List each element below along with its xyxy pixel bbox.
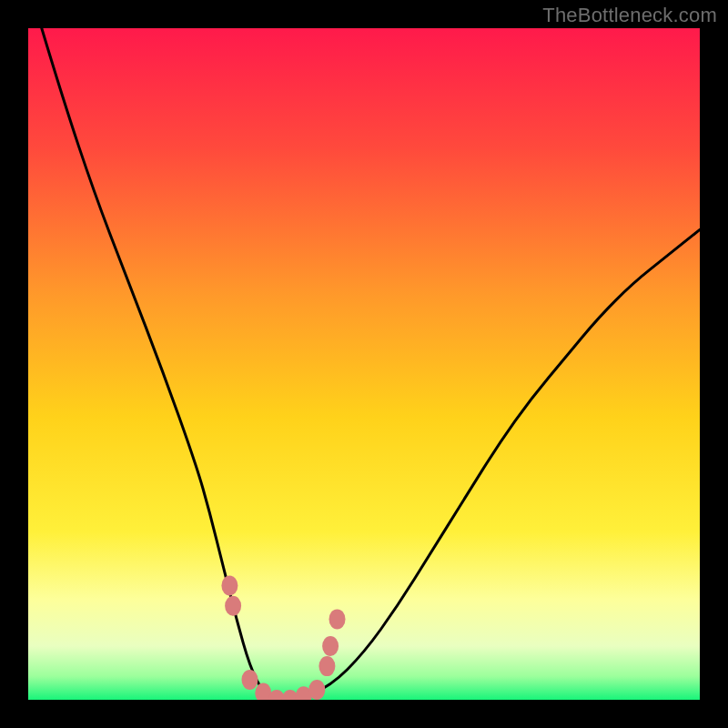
chart-frame: TheBottleneck.com	[0, 0, 728, 728]
watermark-text: TheBottleneck.com	[542, 4, 717, 27]
curve-marker	[329, 609, 346, 629]
bottleneck-chart	[28, 28, 700, 700]
curve-marker	[221, 576, 238, 596]
curve-marker	[322, 636, 339, 656]
gradient-background	[28, 28, 700, 700]
curve-marker	[242, 670, 258, 690]
curve-marker	[318, 656, 335, 676]
curve-marker	[308, 680, 325, 700]
curve-marker	[225, 596, 241, 616]
